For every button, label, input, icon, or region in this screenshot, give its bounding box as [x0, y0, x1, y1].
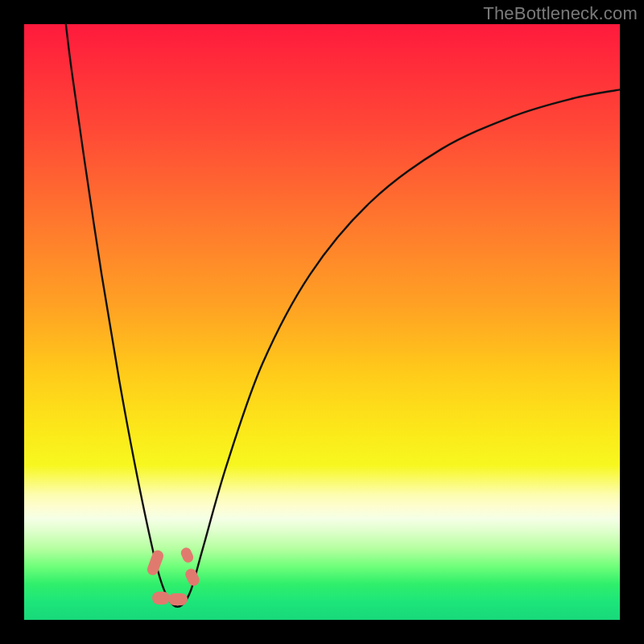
- plot-area: [24, 24, 620, 620]
- chart-canvas: TheBottleneck.com: [0, 0, 644, 644]
- curve-layer: [24, 24, 620, 620]
- bottleneck-curve: [66, 24, 620, 607]
- data-marker: [152, 592, 170, 605]
- attribution-label: TheBottleneck.com: [483, 3, 638, 24]
- data-marker: [168, 593, 188, 605]
